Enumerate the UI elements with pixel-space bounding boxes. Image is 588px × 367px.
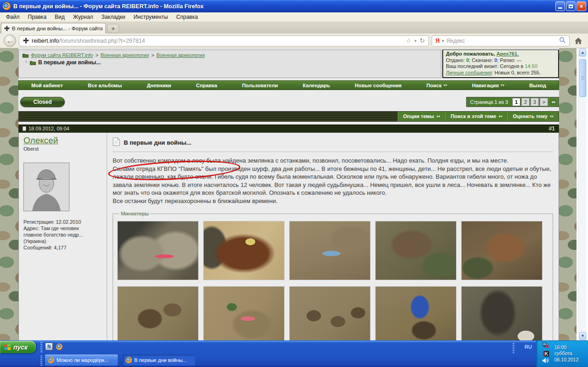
language-indicator[interactable]: RU xyxy=(525,344,532,350)
nav-logout[interactable]: Выход xyxy=(529,83,546,88)
tab-active[interactable]: В первые дни войны... - Форум сайта REI.… xyxy=(1,23,106,34)
app-shortcut-icon[interactable]: N xyxy=(45,343,53,350)
next-page-button[interactable]: > xyxy=(540,98,548,106)
rate-thread-button[interactable]: Оценить тему▾▾ xyxy=(507,112,559,121)
restore-icon xyxy=(569,5,573,8)
breadcrumb-section-link[interactable]: Военная археология xyxy=(101,52,149,58)
new-tab-button[interactable]: + xyxy=(107,24,119,33)
thumbnail-image[interactable] xyxy=(117,286,199,340)
tray-clock[interactable]: 16:00 суббота 06.10.2012 xyxy=(553,344,588,363)
thumbnail-image[interactable] xyxy=(117,221,199,280)
nav-my-cabinet[interactable]: Мой кабинет xyxy=(31,83,63,88)
post-number-link[interactable]: #1 xyxy=(549,125,555,132)
menu-help[interactable]: Справка xyxy=(172,13,202,21)
thumbnail-image[interactable] xyxy=(375,286,457,340)
minimize-icon xyxy=(558,7,562,9)
nav-albums[interactable]: Все альбомы xyxy=(88,83,122,88)
start-button[interactable]: пуск xyxy=(0,341,36,353)
thread-options-button[interactable]: Опции темы▾▾ xyxy=(398,112,445,121)
scroll-down-button[interactable]: ▼ xyxy=(579,332,586,340)
restore-button[interactable] xyxy=(566,1,576,11)
menu-history[interactable]: Журнал xyxy=(69,13,97,21)
post: Олексей Oberst Регистрация: 12.02.2010 А… xyxy=(18,133,559,340)
nav-calendar[interactable]: Календарь xyxy=(303,83,330,88)
url-domain: reibert.info xyxy=(32,38,59,44)
page-2-button[interactable]: 2 xyxy=(521,98,530,106)
menu-tools[interactable]: Инструменты xyxy=(130,13,172,21)
firefox-icon xyxy=(126,357,132,363)
taskbar-separator xyxy=(40,342,42,352)
dropdown-icon[interactable]: ▾ xyxy=(415,39,417,43)
menu-bookmarks[interactable]: Закладки xyxy=(97,13,130,21)
search-thread-button[interactable]: Поиск в этой теме▾▾ xyxy=(445,112,507,121)
window-titlebar: В первые дни войны... - Форум сайта REIB… xyxy=(0,0,588,12)
welcome-greeting: Добро пожаловать, xyxy=(446,51,495,56)
breadcrumb-subsection-link[interactable]: Военная археология xyxy=(156,52,205,58)
close-button[interactable]: × xyxy=(577,1,586,11)
network-offline-icon[interactable] xyxy=(542,343,549,350)
url-path: /forum/showthread.php?t=297814 xyxy=(59,38,145,44)
url-input[interactable]: reibert.info/forum/showthread.php?t=2978… xyxy=(19,35,429,46)
tab-title: В первые дни войны... - Форум сайта REI.… xyxy=(12,26,103,31)
back-arrow-icon: ← xyxy=(6,37,13,45)
magnifier-icon[interactable] xyxy=(559,37,566,45)
forum-page: Форум сайта REIBERT.info > Военная архео… xyxy=(18,48,559,340)
thumbnail-grid xyxy=(117,221,548,340)
bookmark-star-icon[interactable]: ☆ xyxy=(406,37,411,44)
yandex-icon: Я xyxy=(435,37,440,44)
thumbnail-image[interactable] xyxy=(203,221,285,280)
back-button[interactable]: ← xyxy=(4,34,16,47)
taskbar-window-2[interactable]: В первые дни войны... xyxy=(123,355,195,366)
thumbnail-image[interactable] xyxy=(461,221,542,280)
attachments-fieldset: Миниатюры xyxy=(113,211,553,340)
firefox-shortcut-icon[interactable] xyxy=(56,344,63,350)
nav-blogs[interactable]: Дневники xyxy=(147,83,171,88)
navigation-toolbar: ← reibert.info/forum/showthread.php?t=29… xyxy=(0,34,588,48)
folder-icon xyxy=(30,60,36,65)
uploaded-label: Отдано: xyxy=(446,57,465,63)
ratio-label: ; Ратио: --- xyxy=(497,57,521,63)
author-profile-link[interactable]: Олексей xyxy=(23,136,102,146)
taskbar: пуск N Можно ли мародёри... В первые дни… xyxy=(0,340,588,367)
task-buttons: Можно ли мародёри... В первые дни войны.… xyxy=(45,355,195,366)
page-jump-dropdown[interactable]: ▾▾ xyxy=(549,98,558,106)
nav-users[interactable]: Пользователи xyxy=(242,83,278,88)
breadcrumb-forum-link[interactable]: Форум сайта REIBERT.info xyxy=(31,52,93,58)
thumbnail-image[interactable] xyxy=(289,286,371,340)
menu-file[interactable]: Файл xyxy=(2,13,24,21)
home-button[interactable] xyxy=(572,35,584,46)
thumbnail-image[interactable] xyxy=(289,221,371,280)
author-message-count: Сообщений: 4,177 xyxy=(23,244,96,251)
breadcrumb-current-thread: В первые дни войны... xyxy=(38,59,101,66)
volume-icon[interactable] xyxy=(542,358,549,365)
window-2-label: В первые дни войны... xyxy=(134,357,187,363)
search-engine-dropdown-icon[interactable]: ▾ xyxy=(442,39,444,43)
nav-search[interactable]: Поиск▾▾ xyxy=(427,83,447,88)
firefox-icon xyxy=(3,2,11,10)
minimize-button[interactable] xyxy=(555,1,565,11)
author-avatar[interactable] xyxy=(23,163,69,211)
page-3-button[interactable]: 3 xyxy=(531,98,539,106)
thumbnail-image[interactable] xyxy=(375,221,457,280)
search-input[interactable]: Я ▾ Яндекс xyxy=(432,35,570,46)
current-user-link[interactable]: Apex761. xyxy=(497,51,519,56)
menu-edit[interactable]: Правка xyxy=(24,13,51,21)
nav-navigation[interactable]: Навигация▾▾ xyxy=(472,83,504,88)
taskbar-window-1[interactable]: Можно ли мародёри... xyxy=(45,355,118,366)
scroll-up-button[interactable]: ▲ xyxy=(579,49,586,56)
private-messages-link[interactable]: Личные сообщения xyxy=(446,70,492,75)
chevron-down-icon: ▾▾ xyxy=(436,112,440,121)
nav-new-messages[interactable]: Новые сообщения xyxy=(355,83,402,88)
page-1-button[interactable]: 1 xyxy=(512,98,520,106)
reload-icon[interactable]: ↻ xyxy=(420,37,425,44)
system-tray: K 16:00 суббота 06.10.2012 xyxy=(536,340,588,367)
vertical-scrollbar[interactable]: ▲ ▼ xyxy=(578,48,587,340)
thumbnail-image[interactable] xyxy=(461,286,542,340)
kaspersky-icon[interactable]: K xyxy=(543,351,549,356)
last-visit-label: Ваш последний визит: Сегодня в xyxy=(446,63,523,69)
scrollbar-thumb[interactable] xyxy=(579,59,586,97)
taskbar-separator xyxy=(513,343,514,353)
nav-help[interactable]: Справка xyxy=(196,83,217,88)
thumbnail-image[interactable] xyxy=(203,286,285,340)
menu-view[interactable]: Вид xyxy=(51,13,69,21)
